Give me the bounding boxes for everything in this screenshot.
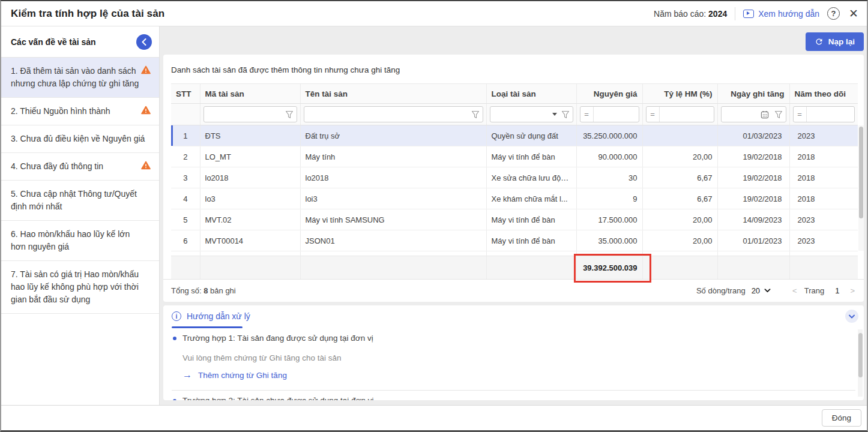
cell-type: Máy vi tính để bàn [486, 230, 576, 251]
close-icon[interactable]: ✕ [849, 8, 858, 19]
cell-name: Máy tính [300, 146, 486, 167]
year-filter-input[interactable]: = [793, 106, 855, 122]
cell-cost: 17.500.000 [576, 209, 642, 230]
sidebar-issue-item-6[interactable]: 6. Hao mòn/khấu hao lũy kế lớn hơn nguyê… [1, 221, 159, 261]
bullet-icon [173, 337, 176, 340]
cell-year: 2018 [789, 146, 858, 167]
column-header[interactable]: STT [171, 84, 200, 104]
reload-button[interactable]: Nạp lại [806, 32, 864, 51]
bullet-icon [173, 399, 176, 401]
name-filter-input[interactable] [304, 106, 483, 122]
sidebar-header: Các vấn đề về tài sản [11, 37, 96, 47]
spacer-row [171, 251, 858, 256]
cell-date: 14/09/2023 [717, 209, 789, 230]
column-header[interactable]: Mã tài sản [200, 84, 300, 104]
column-header[interactable]: Loại tài sản [486, 84, 576, 104]
cell-date: 19/02/2018 [717, 188, 789, 209]
prev-page-button[interactable]: < [791, 286, 798, 295]
warning-icon [141, 161, 151, 170]
equals-operator[interactable]: = [646, 107, 660, 122]
record-count: Tổng số: 8 bản ghi [171, 286, 236, 295]
date-filter-input[interactable] [721, 106, 786, 122]
cell-year: 2023 [789, 125, 858, 146]
close-button[interactable]: Đóng [822, 409, 861, 427]
summary-row: 39.392.500.039 [171, 256, 858, 280]
cell-date: 01/01/2023 [717, 230, 789, 251]
info-icon: i [172, 311, 181, 321]
sidebar-issue-item-1[interactable]: 1. Đã thêm tài sản vào danh sách nhưng c… [1, 58, 159, 98]
sidebar-issue-item-7[interactable]: 7. Tài sản có giá trị Hao mòn/khấu hao l… [1, 261, 159, 314]
table-row[interactable]: 4lo3loi3Xe khám chữa mắt l...96,6719/02/… [171, 188, 858, 209]
column-header[interactable]: Tên tài sản [300, 84, 486, 104]
table-row[interactable]: 2LO_MTMáy tínhMáy vi tính để bàn90.000.0… [171, 146, 858, 167]
equals-operator[interactable]: = [794, 107, 807, 122]
type-filter-select[interactable] [490, 106, 573, 122]
cell-type: Xe khám chữa mắt l... [486, 188, 576, 209]
cell-code: ĐTS [200, 125, 300, 146]
next-page-button[interactable]: > [849, 286, 856, 295]
issues-sidebar: Các vấn đề về tài sản 1. Đã thêm tài sản… [1, 26, 160, 405]
refresh-icon [815, 37, 824, 46]
rows-per-page-select[interactable]: 20 [752, 286, 771, 295]
filter-icon [285, 110, 294, 119]
sidebar-issue-item-5[interactable]: 5. Chưa cập nhật Thông tư/Quyết định mới… [1, 181, 159, 221]
table-row[interactable]: 3lo2018lo2018Xe sửa chữa lưu độn...306,6… [171, 167, 858, 188]
calendar-icon [761, 110, 769, 119]
table-row[interactable]: 6MVT00014JSON01Máy vi tính để bàn35.000.… [171, 230, 858, 251]
column-header[interactable]: Nguyên giá [576, 84, 642, 104]
guide-tab[interactable]: i Hướng dẫn xử lý [172, 311, 250, 321]
rows-per-page-label: Số dòng/trang [696, 286, 746, 295]
warning-icon [141, 161, 151, 170]
table-row[interactable]: 5MVT.02Máy vi tính SAMSUNGMáy vi tính để… [171, 209, 858, 230]
cell-name: lo2018 [300, 167, 486, 188]
cell-cost: 35.250.000.000 [576, 125, 642, 146]
cell-stt: 2 [171, 146, 200, 167]
column-header[interactable]: Năm theo dõi [789, 84, 858, 104]
rate-filter-input[interactable]: = [646, 106, 714, 122]
add-increase-voucher-link[interactable]: → Thêm chứng từ Ghi tăng [182, 370, 855, 380]
equals-operator[interactable]: = [580, 107, 594, 122]
case1-title: Trường hợp 1: Tài sản đang được sử dụng … [173, 334, 855, 343]
cell-name: loi3 [300, 188, 486, 209]
table-row[interactable]: 1ĐTSĐất trụ sởQuyền sử dụng đất35.250.00… [171, 125, 858, 146]
collapse-guide-button[interactable] [845, 310, 858, 323]
sidebar-issue-item-4[interactable]: 4. Chưa đầy đủ thông tin [1, 153, 159, 181]
guide-scrollbar[interactable] [858, 329, 863, 397]
cell-name: JSON01 [300, 230, 486, 251]
cell-code: lo2018 [200, 167, 300, 188]
dropdown-caret-icon [552, 113, 557, 116]
cell-rate: 20,00 [642, 230, 717, 251]
chevron-down-icon [764, 289, 771, 293]
sidebar-issue-item-2[interactable]: 2. Thiếu Nguồn hình thành [1, 98, 159, 125]
filter-icon [471, 110, 480, 119]
asset-table-panel: Danh sách tài sản đã được thêm thông tin… [163, 55, 864, 302]
sidebar-issue-item-3[interactable]: 3. Chưa đủ điều kiện về Nguyên giá [1, 125, 159, 153]
page-label: Trang [804, 286, 824, 295]
cost-filter-input[interactable]: = [580, 106, 639, 122]
cell-stt: 4 [171, 188, 200, 209]
column-header[interactable]: Tỷ lệ HM (%) [642, 84, 717, 104]
arrow-right-icon: → [182, 370, 192, 380]
column-header[interactable]: Ngày ghi tăng [717, 84, 789, 104]
help-icon[interactable]: ? [827, 7, 840, 20]
warning-icon [141, 106, 151, 115]
cell-year: 2018 [789, 188, 858, 209]
cell-stt: 6 [171, 230, 200, 251]
table-footer: Tổng số: 8 bản ghi Số dòng/trang 20 < Tr… [163, 279, 864, 302]
filter-icon [774, 110, 783, 119]
filter-row: === [171, 104, 858, 125]
titlebar: Kiểm tra tính hợp lệ của tài sản Năm báo… [1, 1, 867, 26]
video-icon [743, 10, 754, 18]
table-scrollbar[interactable] [858, 125, 864, 251]
cell-date: 19/02/2018 [717, 167, 789, 188]
main-area: Nạp lại Danh sách tài sản đã được thêm t… [160, 26, 867, 405]
view-guide-link[interactable]: Xem hướng dẫn [743, 9, 819, 19]
sidebar-collapse-button[interactable] [136, 34, 152, 50]
cell-code: LO_MT [200, 146, 300, 167]
cell-type: Máy vi tính để bàn [486, 209, 576, 230]
page-number[interactable]: 1 [835, 286, 839, 295]
cell-type: Xe sửa chữa lưu độn... [486, 167, 576, 188]
code-filter-input[interactable] [203, 106, 297, 122]
divider [172, 390, 855, 391]
cell-year: 2023 [789, 209, 858, 230]
